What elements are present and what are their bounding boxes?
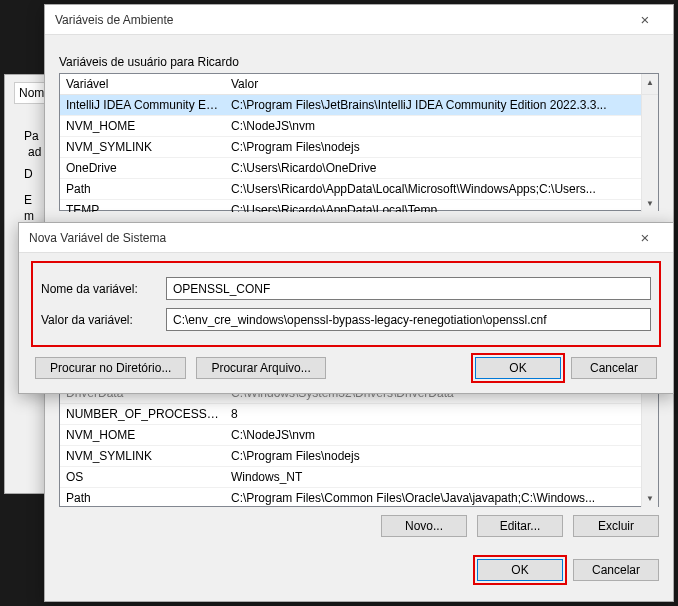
edit-button[interactable]: Editar... [477,515,563,537]
chevron-up-icon[interactable]: ▲ [642,74,658,91]
chevron-down-icon[interactable]: ▼ [642,195,658,212]
system-buttons-row: Novo... Editar... Excluir [59,515,659,537]
system-variables-table[interactable]: ▼ DriverDataC:\Windows\System32\Drivers\… [59,383,659,507]
table-row[interactable]: IntelliJ IDEA Community Edit...C:\Progra… [60,95,641,116]
newvar-content: Nome da variável: Valor da variável: Pro… [19,253,673,393]
table-row[interactable]: NVM_SYMLINKC:\Program Files\nodejs [60,446,641,467]
table-row[interactable]: NVM_HOMEC:\NodeJS\nvm [60,425,641,446]
table-row[interactable]: NVM_HOMEC:\NodeJS\nvm [60,116,641,137]
new-button[interactable]: Novo... [381,515,467,537]
newvar-buttons-row: Procurar no Diretório... Procurar Arquiv… [35,357,657,379]
cancel-button[interactable]: Cancelar [571,357,657,379]
variable-name-label: Nome da variável: [41,282,166,296]
ok-button[interactable]: OK [477,559,563,581]
variable-value-input[interactable] [166,308,651,331]
browse-directory-button[interactable]: Procurar no Diretório... [35,357,186,379]
col-value[interactable]: Valor [225,74,641,94]
env-dialog-titlebar: Variáveis de Ambiente × [45,5,673,35]
dialog-buttons-row: OK Cancelar [59,559,659,581]
close-icon[interactable]: × [625,223,665,253]
value-row: Valor da variável: [41,308,651,331]
table-row[interactable]: OneDriveC:\Users\Ricardo\OneDrive [60,158,641,179]
table-header: Variável Valor ▲ [60,74,658,95]
scrollbar-track[interactable]: ▼ [641,95,658,212]
table-row[interactable]: PathC:\Users\Ricardo\AppData\Local\Micro… [60,179,641,200]
table-row[interactable]: TEMPC:\Users\Ricardo\AppData\Local\Temp [60,200,641,212]
scrollbar-track[interactable]: ▼ [641,383,658,507]
name-row: Nome da variável: [41,277,651,300]
system-rows: ▼ DriverDataC:\Windows\System32\Drivers\… [60,383,658,507]
scrollbar[interactable]: ▲ [641,74,658,94]
table-row[interactable]: NVM_SYMLINKC:\Program Files\nodejs [60,137,641,158]
cancel-button[interactable]: Cancelar [573,559,659,581]
chevron-down-icon[interactable]: ▼ [642,490,658,507]
newvar-titlebar: Nova Variável de Sistema × [19,223,673,253]
properties-left-text: Pa ad D E m [24,128,41,224]
variable-value-label: Valor da variável: [41,313,166,327]
variable-name-input[interactable] [166,277,651,300]
table-row[interactable]: PathC:\Program Files\Common Files\Oracle… [60,488,641,507]
table-row[interactable]: OSWindows_NT [60,467,641,488]
user-variables-table[interactable]: Variável Valor ▲ ▼ IntelliJ IDEA Communi… [59,73,659,211]
env-dialog-title: Variáveis de Ambiente [55,13,174,27]
delete-button[interactable]: Excluir [573,515,659,537]
col-variable[interactable]: Variável [60,74,225,94]
newvar-title: Nova Variável de Sistema [29,231,166,245]
new-system-variable-dialog: Nova Variável de Sistema × Nome da variá… [18,222,674,394]
close-icon[interactable]: × [625,5,665,35]
user-variables-label: Variáveis de usuário para Ricardo [59,55,659,69]
user-rows: ▼ IntelliJ IDEA Community Edit...C:\Prog… [60,95,658,212]
ok-button[interactable]: OK [475,357,561,379]
table-row[interactable]: NUMBER_OF_PROCESSORS8 [60,404,641,425]
inputs-highlight: Nome da variável: Valor da variável: [35,265,657,343]
browse-file-button[interactable]: Procurar Arquivo... [196,357,325,379]
